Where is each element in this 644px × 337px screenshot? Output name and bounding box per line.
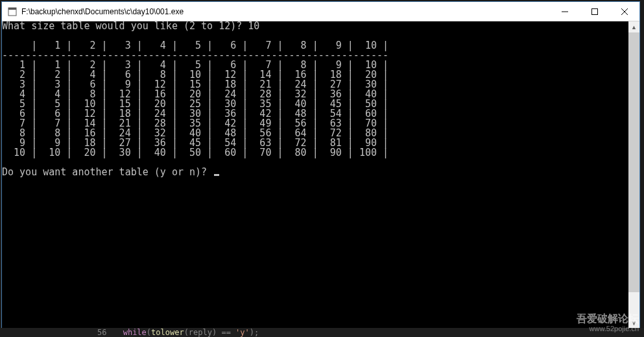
maximize-button[interactable] xyxy=(580,2,610,21)
svg-rect-3 xyxy=(592,8,598,14)
line-number: 56 xyxy=(97,328,106,337)
scroll-thumb[interactable] xyxy=(628,32,639,292)
titlebar[interactable]: F:\backup\chenxd\Documents\c\day10\001.e… xyxy=(2,2,639,21)
app-icon xyxy=(7,6,18,17)
vertical-scrollbar[interactable]: ▲ ▼ xyxy=(628,21,639,329)
console-output[interactable]: What size table would you like (2 to 12)… xyxy=(2,21,628,329)
close-button[interactable] xyxy=(610,2,639,21)
scroll-down-arrow[interactable]: ▼ xyxy=(628,318,639,329)
console-window: F:\backup\chenxd\Documents\c\day10\001.e… xyxy=(1,1,640,329)
text-cursor xyxy=(214,174,219,176)
svg-rect-1 xyxy=(8,8,16,10)
window-title: F:\backup\chenxd\Documents\c\day10\001.e… xyxy=(21,7,550,16)
window-buttons xyxy=(550,2,639,21)
scroll-up-arrow[interactable]: ▲ xyxy=(628,21,639,32)
console-area: What size table would you like (2 to 12)… xyxy=(2,21,639,329)
minimize-button[interactable] xyxy=(550,2,580,21)
background-editor-leak: 56 while(tolower(reply) == 'y'); xyxy=(0,328,644,337)
code-fragment: while(tolower(reply) == 'y'); xyxy=(123,328,259,337)
